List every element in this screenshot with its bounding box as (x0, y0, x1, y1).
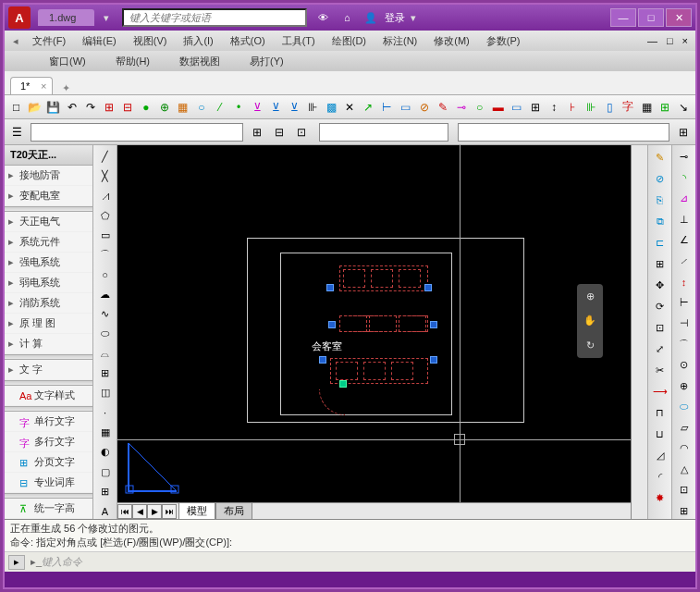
tab-dropdown-icon[interactable]: ▾ (98, 12, 115, 24)
brush-icon[interactable]: ✎ (435, 99, 450, 116)
tool-icon[interactable]: ⊞ (676, 503, 693, 520)
menu-file[interactable]: 文件(F) (25, 32, 73, 50)
file-tab[interactable]: 1.dwg (38, 9, 94, 26)
nav-orbit-icon[interactable]: ↻ (586, 339, 595, 352)
tool-icon[interactable]: ✕ (342, 99, 358, 116)
tool-icon[interactable]: ⊢ (676, 295, 693, 312)
tool-icon[interactable]: △ (676, 462, 693, 478)
menu-view[interactable]: 视图(V) (126, 32, 175, 50)
tool-icon[interactable]: ⊿ (676, 191, 693, 207)
hatch-icon[interactable]: ▦ (97, 425, 114, 439)
menu-param[interactable]: 参数(P) (479, 32, 528, 50)
sidebar-item[interactable]: 字多行文字 (5, 432, 92, 452)
tab-last-icon[interactable]: ⏭ (162, 504, 177, 519)
close-button[interactable]: ✕ (666, 8, 692, 27)
login-link[interactable]: 登录 (385, 11, 405, 25)
trim-icon[interactable]: ✂ (652, 362, 669, 378)
rotate-icon[interactable]: ⟳ (652, 298, 669, 314)
document-tab-close-icon[interactable]: × (41, 80, 46, 92)
layer-manager-icon[interactable]: ☰ (8, 124, 25, 141)
tool-icon[interactable]: ⊞ (101, 99, 117, 116)
revcloud-icon[interactable]: ☁ (97, 287, 114, 302)
model-tab[interactable]: 模型 (178, 502, 215, 520)
tool-icon[interactable]: ↕ (546, 99, 561, 116)
scale-icon[interactable]: ⊡ (652, 319, 669, 336)
layout-tab[interactable]: 布局 (215, 502, 252, 520)
tool-icon[interactable]: ↗ (361, 99, 376, 116)
ellipsearc-icon[interactable]: ⌓ (97, 346, 114, 361)
sidebar-item[interactable]: Aa文字样式 (5, 386, 92, 406)
menu-help[interactable]: 帮助(H) (108, 53, 157, 70)
tool-icon[interactable]: ⊢ (379, 99, 395, 116)
search-input[interactable] (122, 8, 307, 27)
line-icon[interactable]: ╱ (97, 149, 114, 164)
tool-icon[interactable]: ◠ (676, 440, 693, 457)
layer-tool-icon[interactable]: ⊟ (271, 124, 288, 141)
doc-restore-icon[interactable]: □ (663, 35, 677, 46)
tool-icon[interactable]: ▯ (602, 99, 618, 116)
join-icon[interactable]: ⊔ (652, 426, 669, 442)
arc-icon[interactable]: ⌒ (97, 248, 114, 263)
tool-icon[interactable]: ▭ (509, 99, 524, 116)
explode-icon[interactable]: ✸ (652, 489, 669, 506)
tool-icon[interactable]: ⊻ (268, 99, 284, 116)
sidebar-item[interactable]: 字单行文字 (5, 412, 92, 432)
tab-prev-icon[interactable]: ◀ (132, 504, 147, 519)
tool-icon[interactable]: ⊞ (527, 99, 543, 116)
grip-handle[interactable] (430, 321, 437, 328)
offset-icon[interactable]: ⊏ (652, 234, 669, 251)
layer-tool-icon[interactable]: ⊡ (293, 124, 310, 141)
menu-draw[interactable]: 绘图(D) (325, 32, 374, 50)
document-tab[interactable]: 1* × (10, 77, 53, 94)
undo-icon[interactable]: ↶ (64, 99, 80, 116)
point-icon[interactable]: · (97, 405, 114, 420)
grip-handle[interactable] (328, 321, 336, 328)
mirror-icon[interactable]: ⧉ (652, 213, 669, 229)
polyline-icon[interactable]: ⩘ (97, 189, 114, 204)
drawing-canvas[interactable]: 会客室 ⊕ ✋ ↻ (117, 145, 631, 502)
tool-icon[interactable]: ⊣ (676, 315, 693, 332)
command-line[interactable]: ▸ ▸_ 键入命令 (5, 551, 695, 572)
grid-icon[interactable]: ▦ (175, 99, 190, 116)
tool-icon[interactable]: ▭ (398, 99, 413, 116)
tool-icon[interactable]: ⌒ (676, 337, 693, 353)
tool-icon[interactable]: ↕ (676, 274, 693, 290)
grip-handle[interactable] (430, 356, 437, 364)
tool-icon[interactable]: ⊪ (583, 99, 598, 116)
minimize-button[interactable]: — (610, 8, 636, 27)
tool-icon[interactable]: ⊙ (676, 357, 693, 374)
sidebar-item[interactable]: ⊟专业词库 (5, 473, 92, 493)
tool-icon[interactable]: ⊦ (564, 99, 580, 116)
tool-icon[interactable]: ▦ (639, 99, 655, 116)
menu-yida[interactable]: 易打(Y) (242, 53, 291, 70)
nav-widget[interactable]: ⊕ ✋ ↻ (577, 284, 603, 358)
tool-icon[interactable]: ▱ (676, 420, 693, 437)
sidebar-item[interactable]: 强电系统 (5, 253, 92, 273)
text-icon[interactable]: 字 (620, 99, 636, 116)
gradient-icon[interactable]: ◐ (97, 445, 114, 460)
erase-icon[interactable]: ⊘ (652, 170, 669, 187)
dot-icon[interactable]: • (231, 99, 247, 116)
tool-icon[interactable]: ⊡ (676, 482, 693, 499)
command-input[interactable]: 键入命令 (42, 555, 692, 569)
sidebar-item[interactable]: ⊞分页文字 (5, 452, 92, 473)
grip-handle[interactable] (339, 380, 347, 388)
block-icon[interactable]: ◫ (97, 386, 114, 401)
grip-handle[interactable] (319, 356, 326, 364)
circle-icon[interactable]: ○ (97, 267, 114, 282)
menu-dataview[interactable]: 数据视图 (172, 53, 227, 70)
ellipse-icon[interactable]: ⬭ (97, 327, 114, 341)
maximize-button[interactable]: □ (638, 8, 664, 27)
tab-first-icon[interactable]: ⏮ (117, 504, 132, 519)
menu-format[interactable]: 格式(O) (223, 32, 273, 50)
open-icon[interactable]: 📂 (27, 99, 43, 116)
rectangle-icon[interactable]: ▭ (97, 228, 114, 242)
extend-icon[interactable]: ⟶ (652, 383, 669, 400)
menu-window[interactable]: 窗口(W) (42, 53, 93, 70)
chamfer-icon[interactable]: ◿ (652, 447, 669, 463)
app-icon[interactable]: A (8, 6, 31, 29)
grip-handle[interactable] (326, 284, 334, 291)
sidebar-item[interactable]: 文 字 (5, 360, 92, 380)
tool-icon[interactable]: ▬ (490, 99, 506, 116)
menu-edit[interactable]: 编辑(E) (75, 32, 124, 50)
